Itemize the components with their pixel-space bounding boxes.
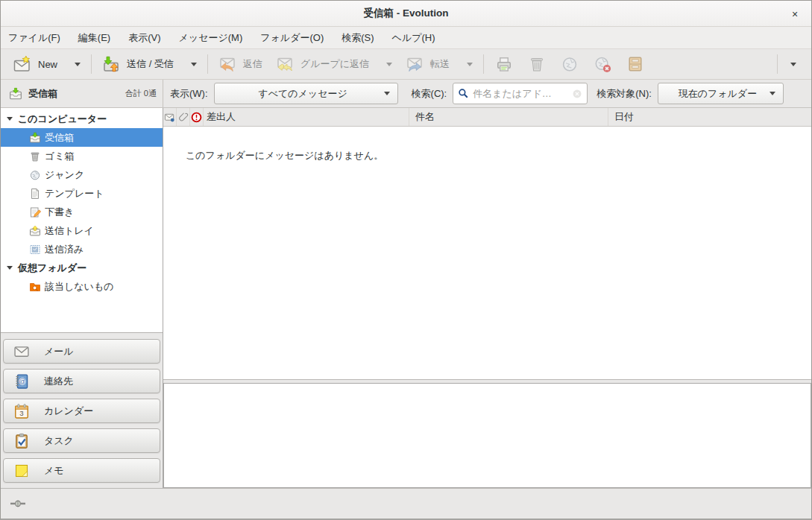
inbox-icon bbox=[29, 132, 41, 144]
new-button-label: New bbox=[38, 59, 57, 70]
evolution-window: 受信箱 - Evolution × ファイル(F) 編集(E) 表示(V) メッ… bbox=[0, 0, 812, 520]
sidebar-item-inbox[interactable]: 受信箱 bbox=[1, 128, 163, 147]
switcher-label: メール bbox=[44, 345, 74, 358]
reply-icon bbox=[218, 55, 236, 73]
content-area: このコンピューター 受信箱 ゴミ箱 bbox=[1, 108, 811, 488]
chevron-down-icon[interactable] bbox=[191, 63, 197, 66]
preview-pane[interactable] bbox=[163, 383, 811, 488]
sidebar-item-label: ゴミ箱 bbox=[45, 150, 75, 163]
switcher-contacts-button[interactable]: @ 連絡先 bbox=[3, 369, 160, 393]
sidebar-item-label: テンプレート bbox=[45, 187, 104, 200]
svg-text:@: @ bbox=[19, 378, 26, 385]
junk-icon bbox=[561, 55, 579, 73]
not-junk-button[interactable] bbox=[586, 51, 619, 77]
menu-item-view[interactable]: 表示(V) bbox=[128, 28, 169, 48]
toolbar-overflow-button[interactable] bbox=[781, 57, 805, 72]
delete-button[interactable] bbox=[520, 51, 553, 77]
sidebar-item-label: 受信箱 bbox=[45, 131, 74, 145]
current-folder-info: 受信箱 合計 0通 bbox=[1, 80, 163, 107]
archive-button[interactable] bbox=[619, 51, 652, 77]
new-mail-icon bbox=[13, 55, 31, 73]
column-subject[interactable]: 件名 bbox=[409, 108, 608, 126]
memos-icon bbox=[13, 463, 30, 479]
toolbar-overflow bbox=[773, 54, 805, 74]
sidebar-item-label: 下書き bbox=[45, 206, 74, 219]
menu-item-file[interactable]: ファイル(F) bbox=[8, 28, 69, 48]
sidebar-item-trash[interactable]: ゴミ箱 bbox=[1, 147, 163, 165]
expander-icon[interactable] bbox=[7, 117, 13, 121]
menu-item-folder[interactable]: フォルダー(O) bbox=[260, 28, 333, 48]
junk-icon bbox=[29, 169, 41, 181]
switcher-tasks-button[interactable]: タスク bbox=[3, 428, 160, 453]
titlebar[interactable]: 受信箱 - Evolution × bbox=[1, 1, 811, 27]
tree-group-search-folders[interactable]: 仮想フォルダー bbox=[1, 259, 163, 277]
search-box[interactable] bbox=[453, 83, 588, 104]
folder-bar: 受信箱 合計 0通 表示(W): すべてのメッセージ 検索(C): 検索対象(N… bbox=[1, 80, 811, 108]
close-icon[interactable]: × bbox=[788, 7, 802, 21]
menu-item-search[interactable]: 検索(S) bbox=[342, 28, 383, 48]
switcher-memos-button[interactable]: メモ bbox=[3, 458, 160, 483]
search-scope-dropdown[interactable]: 現在のフォルダー bbox=[658, 83, 784, 104]
column-attachment[interactable] bbox=[177, 108, 190, 126]
reply-group-button[interactable]: グループに返信 bbox=[269, 51, 399, 77]
column-date[interactable]: 日付 bbox=[608, 108, 811, 126]
menu-item-help[interactable]: ヘルプ(H) bbox=[392, 28, 444, 48]
switcher-mail-button[interactable]: メール bbox=[3, 339, 160, 364]
inbox-icon bbox=[9, 87, 22, 101]
toolbar-separator bbox=[777, 54, 778, 74]
message-pane: 差出人 件名 日付 このフォルダーにメッセージはありません。 bbox=[163, 108, 811, 488]
sidebar: このコンピューター 受信箱 ゴミ箱 bbox=[1, 108, 163, 488]
online-status-icon[interactable] bbox=[10, 497, 26, 510]
sidebar-item-label: 送信済み bbox=[45, 243, 84, 256]
chevron-down-icon bbox=[769, 92, 775, 95]
column-from[interactable]: 差出人 bbox=[204, 108, 409, 126]
menu-item-edit[interactable]: 編集(E) bbox=[78, 28, 119, 48]
svg-text:3: 3 bbox=[19, 409, 23, 417]
chevron-down-icon[interactable] bbox=[467, 63, 473, 66]
column-priority[interactable] bbox=[190, 108, 204, 126]
tasks-icon bbox=[13, 433, 30, 449]
sidebar-item-unmatched[interactable]: 該当しないもの bbox=[1, 277, 163, 296]
message-count: 合計 0通 bbox=[125, 88, 157, 99]
reply-group-label: グループに返信 bbox=[300, 57, 369, 71]
chevron-down-icon bbox=[790, 63, 796, 66]
archive-icon bbox=[626, 55, 644, 73]
forward-button[interactable]: 転送 bbox=[399, 51, 479, 77]
forward-icon bbox=[406, 55, 424, 73]
chevron-down-icon[interactable] bbox=[75, 63, 81, 66]
view-switcher: メール @ 連絡先 bbox=[1, 333, 163, 488]
reply-group-icon bbox=[276, 55, 294, 73]
sidebar-item-outbox[interactable]: 送信トレイ bbox=[1, 221, 163, 240]
sidebar-item-drafts[interactable]: 下書き bbox=[1, 203, 163, 221]
tree-group-this-computer[interactable]: このコンピューター bbox=[1, 110, 163, 128]
sidebar-item-sent[interactable]: 送信済み bbox=[1, 240, 163, 259]
menu-item-message[interactable]: メッセージ(M) bbox=[179, 28, 252, 48]
print-button[interactable] bbox=[488, 51, 520, 77]
junk-button[interactable] bbox=[553, 51, 586, 77]
column-status[interactable] bbox=[163, 108, 177, 126]
toolbar-separator bbox=[91, 54, 92, 74]
switcher-calendar-button[interactable]: 3 カレンダー bbox=[3, 399, 160, 423]
not-junk-icon bbox=[594, 55, 611, 73]
new-message-button[interactable]: New bbox=[7, 51, 87, 77]
sidebar-item-templates[interactable]: テンプレート bbox=[1, 184, 163, 203]
expander-icon[interactable] bbox=[7, 266, 13, 270]
search-input[interactable] bbox=[473, 88, 568, 99]
chevron-down-icon[interactable] bbox=[386, 63, 392, 66]
sidebar-item-junk[interactable]: ジャンク bbox=[1, 165, 163, 184]
switcher-label: 連絡先 bbox=[44, 375, 73, 388]
reply-button[interactable]: 返信 bbox=[212, 51, 269, 77]
toolbar-separator bbox=[483, 54, 484, 74]
message-status-icon bbox=[164, 112, 175, 123]
search-scope-value: 現在のフォルダー bbox=[666, 87, 769, 101]
current-folder-name: 受信箱 bbox=[28, 87, 57, 101]
send-receive-button[interactable]: 送信 / 受信 bbox=[95, 51, 204, 77]
tree-group-label: このコンピューター bbox=[18, 112, 107, 126]
show-filter-dropdown[interactable]: すべてのメッセージ bbox=[214, 83, 398, 104]
message-list[interactable]: このフォルダーにメッセージはありません。 bbox=[163, 127, 811, 379]
draft-icon bbox=[29, 206, 41, 218]
mail-icon bbox=[13, 343, 30, 360]
column-from-label: 差出人 bbox=[207, 110, 236, 124]
clear-search-icon[interactable] bbox=[572, 89, 582, 99]
trash-icon bbox=[29, 150, 41, 162]
